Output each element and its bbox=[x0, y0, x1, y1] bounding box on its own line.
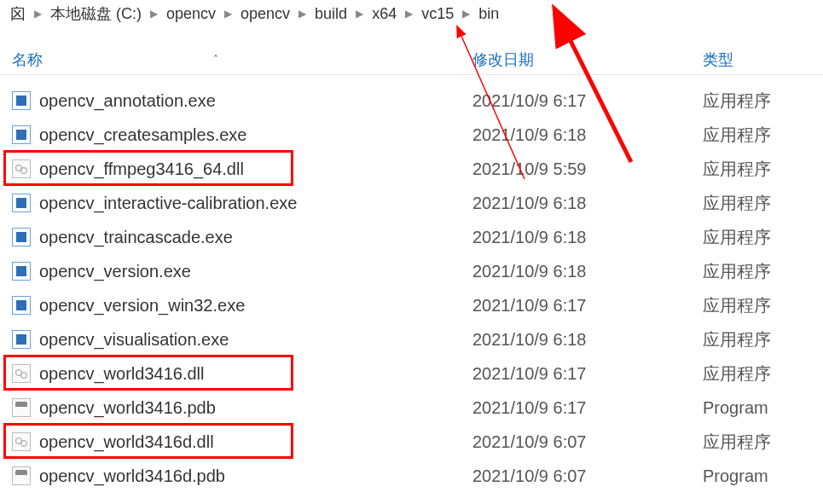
file-name-cell: opencv_ffmpeg3416_64.dll bbox=[12, 159, 472, 179]
pdb-file-icon bbox=[12, 466, 31, 485]
file-type: 应用程序 bbox=[703, 158, 823, 181]
file-date: 2021/10/9 6:17 bbox=[472, 296, 703, 316]
file-name: opencv_world3416d.pdb bbox=[39, 466, 225, 486]
file-date: 2021/10/9 6:07 bbox=[472, 466, 703, 486]
file-name: opencv_version.exe bbox=[39, 262, 191, 281]
file-type: Program bbox=[703, 398, 823, 418]
exe-file-icon bbox=[12, 262, 31, 281]
file-name-cell: opencv_annotation.exe bbox=[12, 91, 472, 111]
file-name: opencv_annotation.exe bbox=[39, 91, 216, 111]
breadcrumb-item[interactable]: 囟 bbox=[7, 2, 29, 26]
breadcrumb-item[interactable]: bin bbox=[475, 3, 502, 25]
file-name-cell: opencv_traincascade.exe bbox=[12, 228, 472, 247]
file-row[interactable]: opencv_annotation.exe2021/10/9 6:17应用程序 bbox=[0, 84, 823, 118]
file-name-cell: opencv_world3416.pdb bbox=[12, 398, 472, 418]
exe-file-icon bbox=[12, 330, 31, 349]
file-name: opencv_world3416.pdb bbox=[39, 398, 216, 418]
column-header-date[interactable]: 修改日期 bbox=[472, 49, 703, 70]
file-name: opencv_visualisation.exe bbox=[39, 330, 229, 350]
dll-file-icon bbox=[12, 432, 31, 451]
breadcrumb-item[interactable]: 本地磁盘 (C:) bbox=[47, 2, 145, 26]
file-type: 应用程序 bbox=[703, 226, 823, 249]
file-date: 2021/10/9 6:18 bbox=[472, 330, 703, 350]
file-name: opencv_interactive-calibration.exe bbox=[39, 194, 297, 213]
file-date: 2021/10/9 6:17 bbox=[472, 364, 703, 384]
breadcrumb[interactable]: 囟 ▶ 本地磁盘 (C:) ▶ opencv ▶ opencv ▶ build … bbox=[0, 0, 823, 27]
file-name-cell: opencv_visualisation.exe bbox=[12, 330, 472, 350]
columns-header: 名称 ˄ 修改日期 类型 bbox=[0, 44, 823, 75]
file-row[interactable]: opencv_createsamples.exe2021/10/9 6:18应用… bbox=[0, 118, 823, 152]
column-header-name[interactable]: 名称 ˄ bbox=[12, 49, 472, 70]
exe-file-icon bbox=[12, 194, 31, 212]
file-date: 2021/10/9 6:17 bbox=[472, 398, 703, 418]
file-name-cell: opencv_world3416.dll bbox=[12, 364, 472, 384]
file-name-cell: opencv_interactive-calibration.exe bbox=[12, 194, 472, 213]
file-date: 2021/10/9 6:17 bbox=[472, 91, 703, 111]
file-type: 应用程序 bbox=[703, 90, 823, 113]
dll-file-icon bbox=[12, 159, 31, 178]
file-type: 应用程序 bbox=[703, 192, 823, 215]
dll-file-icon bbox=[12, 364, 31, 383]
file-row[interactable]: opencv_world3416.dll2021/10/9 6:17应用程序 bbox=[0, 356, 823, 391]
file-name-cell: opencv_createsamples.exe bbox=[12, 125, 472, 145]
file-list: opencv_annotation.exe2021/10/9 6:17应用程序o… bbox=[0, 75, 823, 493]
breadcrumb-item[interactable]: vc15 bbox=[418, 3, 457, 25]
file-row[interactable]: opencv_version.exe2021/10/9 6:18应用程序 bbox=[0, 254, 823, 288]
file-type: 应用程序 bbox=[703, 294, 823, 317]
file-name: opencv_world3416d.dll bbox=[39, 432, 214, 452]
exe-file-icon bbox=[12, 296, 31, 315]
chevron-right-icon: ▶ bbox=[147, 8, 161, 20]
file-name: opencv_traincascade.exe bbox=[39, 228, 233, 247]
exe-file-icon bbox=[12, 228, 31, 246]
column-header-type[interactable]: 类型 bbox=[703, 49, 823, 70]
chevron-right-icon: ▶ bbox=[459, 8, 473, 20]
file-date: 2021/10/9 6:07 bbox=[472, 432, 703, 452]
breadcrumb-item[interactable]: opencv bbox=[163, 3, 219, 25]
file-type: 应用程序 bbox=[703, 328, 823, 351]
file-row[interactable]: opencv_world3416.pdb2021/10/9 6:17Progra… bbox=[0, 391, 823, 425]
file-name: opencv_createsamples.exe bbox=[39, 125, 246, 145]
file-date: 2021/10/9 5:59 bbox=[472, 159, 703, 179]
file-row[interactable]: opencv_version_win32.exe2021/10/9 6:17应用… bbox=[0, 288, 823, 322]
file-name: opencv_ffmpeg3416_64.dll bbox=[39, 159, 244, 179]
breadcrumb-item[interactable]: opencv bbox=[237, 3, 293, 25]
column-header-name-label: 名称 bbox=[12, 49, 43, 70]
file-name-cell: opencv_version_win32.exe bbox=[12, 296, 472, 316]
file-date: 2021/10/9 6:18 bbox=[472, 194, 703, 213]
file-type: Program bbox=[703, 466, 823, 486]
file-type: 应用程序 bbox=[703, 124, 823, 147]
file-row[interactable]: opencv_visualisation.exe2021/10/9 6:18应用… bbox=[0, 322, 823, 356]
sort-ascending-icon: ˄ bbox=[213, 54, 218, 66]
pdb-file-icon bbox=[12, 398, 31, 417]
chevron-right-icon: ▶ bbox=[352, 8, 367, 20]
file-type: 应用程序 bbox=[703, 431, 823, 454]
file-date: 2021/10/9 6:18 bbox=[472, 125, 703, 145]
exe-file-icon bbox=[12, 125, 31, 144]
file-row[interactable]: opencv_ffmpeg3416_64.dll2021/10/9 5:59应用… bbox=[0, 152, 823, 186]
file-type: 应用程序 bbox=[703, 362, 823, 385]
file-name: opencv_version_win32.exe bbox=[39, 296, 245, 316]
file-name-cell: opencv_world3416d.dll bbox=[12, 432, 472, 452]
file-name-cell: opencv_world3416d.pdb bbox=[12, 466, 472, 486]
file-date: 2021/10/9 6:18 bbox=[472, 228, 703, 247]
breadcrumb-item[interactable]: x64 bbox=[368, 3, 400, 25]
file-row[interactable]: opencv_world3416d.dll2021/10/9 6:07应用程序 bbox=[0, 425, 823, 459]
chevron-right-icon: ▶ bbox=[295, 8, 310, 20]
breadcrumb-item[interactable]: build bbox=[311, 3, 351, 25]
file-row[interactable]: opencv_world3416d.pdb2021/10/9 6:07Progr… bbox=[0, 459, 823, 493]
file-name-cell: opencv_version.exe bbox=[12, 262, 472, 281]
chevron-right-icon: ▶ bbox=[31, 8, 45, 20]
exe-file-icon bbox=[12, 91, 31, 110]
file-type: 应用程序 bbox=[703, 260, 823, 283]
file-row[interactable]: opencv_traincascade.exe2021/10/9 6:18应用程… bbox=[0, 220, 823, 254]
chevron-right-icon: ▶ bbox=[402, 8, 416, 20]
file-name: opencv_world3416.dll bbox=[39, 364, 204, 384]
file-date: 2021/10/9 6:18 bbox=[472, 262, 703, 281]
file-row[interactable]: opencv_interactive-calibration.exe2021/1… bbox=[0, 186, 823, 220]
chevron-right-icon: ▶ bbox=[221, 8, 235, 20]
